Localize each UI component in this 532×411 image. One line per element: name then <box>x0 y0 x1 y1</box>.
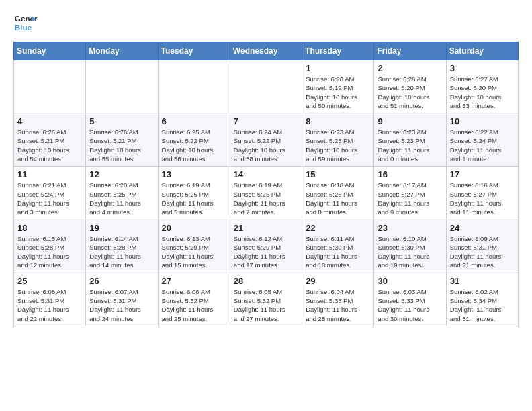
weekday-header: Wednesday <box>230 42 302 60</box>
weekday-header: Saturday <box>446 42 518 60</box>
day-info: Sunrise: 6:12 AM Sunset: 5:29 PM Dayligh… <box>234 234 298 270</box>
day-info: Sunrise: 6:27 AM Sunset: 5:20 PM Dayligh… <box>450 75 515 110</box>
day-number: 10 <box>450 116 515 126</box>
day-number: 26 <box>89 276 154 286</box>
calendar-cell: 22Sunrise: 6:11 AM Sunset: 5:30 PM Dayli… <box>302 220 374 273</box>
calendar-cell <box>86 60 158 113</box>
calendar-cell: 19Sunrise: 6:14 AM Sunset: 5:28 PM Dayli… <box>86 220 158 273</box>
day-info: Sunrise: 6:15 AM Sunset: 5:28 PM Dayligh… <box>17 234 82 270</box>
calendar-cell: 25Sunrise: 6:08 AM Sunset: 5:31 PM Dayli… <box>14 273 86 326</box>
day-number: 23 <box>378 223 442 233</box>
calendar-cell: 31Sunrise: 6:02 AM Sunset: 5:34 PM Dayli… <box>446 273 518 326</box>
calendar-cell: 21Sunrise: 6:12 AM Sunset: 5:29 PM Dayli… <box>230 220 302 273</box>
day-number: 8 <box>306 116 370 126</box>
day-number: 12 <box>89 169 154 179</box>
day-info: Sunrise: 6:28 AM Sunset: 5:19 PM Dayligh… <box>306 75 370 110</box>
calendar-cell: 27Sunrise: 6:06 AM Sunset: 5:32 PM Dayli… <box>158 273 230 326</box>
weekday-header: Sunday <box>14 42 86 60</box>
calendar-cell: 4Sunrise: 6:26 AM Sunset: 5:21 PM Daylig… <box>14 113 86 167</box>
day-info: Sunrise: 6:11 AM Sunset: 5:30 PM Dayligh… <box>306 234 370 270</box>
day-number: 4 <box>17 116 82 126</box>
day-number: 11 <box>17 169 82 179</box>
logo: General Blue <box>13 11 38 35</box>
day-number: 13 <box>162 169 226 179</box>
calendar-cell: 20Sunrise: 6:13 AM Sunset: 5:29 PM Dayli… <box>158 220 230 273</box>
day-number: 31 <box>450 276 515 286</box>
day-number: 18 <box>17 223 82 233</box>
day-number: 24 <box>450 223 515 233</box>
day-info: Sunrise: 6:21 AM Sunset: 5:24 PM Dayligh… <box>17 181 82 216</box>
day-number: 15 <box>306 169 370 179</box>
day-info: Sunrise: 6:22 AM Sunset: 5:24 PM Dayligh… <box>450 128 515 163</box>
svg-text:Blue: Blue <box>15 23 32 32</box>
calendar-cell: 11Sunrise: 6:21 AM Sunset: 5:24 PM Dayli… <box>14 167 86 220</box>
calendar-cell: 17Sunrise: 6:16 AM Sunset: 5:27 PM Dayli… <box>446 167 518 220</box>
day-info: Sunrise: 6:26 AM Sunset: 5:21 PM Dayligh… <box>17 128 82 163</box>
calendar-cell <box>158 60 230 113</box>
calendar-cell: 8Sunrise: 6:23 AM Sunset: 5:23 PM Daylig… <box>302 113 374 167</box>
day-info: Sunrise: 6:23 AM Sunset: 5:23 PM Dayligh… <box>306 128 370 163</box>
day-number: 3 <box>450 63 515 73</box>
day-info: Sunrise: 6:03 AM Sunset: 5:33 PM Dayligh… <box>378 287 442 323</box>
day-info: Sunrise: 6:07 AM Sunset: 5:31 PM Dayligh… <box>89 287 154 323</box>
calendar-cell: 5Sunrise: 6:26 AM Sunset: 5:21 PM Daylig… <box>86 113 158 167</box>
day-info: Sunrise: 6:05 AM Sunset: 5:32 PM Dayligh… <box>234 287 298 323</box>
day-number: 20 <box>162 223 226 233</box>
day-info: Sunrise: 6:13 AM Sunset: 5:29 PM Dayligh… <box>162 234 226 270</box>
day-number: 22 <box>306 223 370 233</box>
day-info: Sunrise: 6:09 AM Sunset: 5:31 PM Dayligh… <box>450 234 515 270</box>
calendar-cell: 15Sunrise: 6:18 AM Sunset: 5:26 PM Dayli… <box>302 167 374 220</box>
day-number: 14 <box>234 169 298 179</box>
calendar-cell: 10Sunrise: 6:22 AM Sunset: 5:24 PM Dayli… <box>446 113 518 167</box>
calendar-cell: 24Sunrise: 6:09 AM Sunset: 5:31 PM Dayli… <box>446 220 518 273</box>
calendar-cell: 3Sunrise: 6:27 AM Sunset: 5:20 PM Daylig… <box>446 60 518 113</box>
day-number: 5 <box>89 116 154 126</box>
calendar-cell: 6Sunrise: 6:25 AM Sunset: 5:22 PM Daylig… <box>158 113 230 167</box>
calendar-header: SundayMondayTuesdayWednesdayThursdayFrid… <box>14 42 519 60</box>
header: General Blue <box>13 11 519 35</box>
day-info: Sunrise: 6:28 AM Sunset: 5:20 PM Dayligh… <box>378 75 442 110</box>
day-info: Sunrise: 6:20 AM Sunset: 5:25 PM Dayligh… <box>89 181 154 216</box>
weekday-header: Monday <box>86 42 158 60</box>
calendar-cell: 23Sunrise: 6:10 AM Sunset: 5:30 PM Dayli… <box>374 220 446 273</box>
day-info: Sunrise: 6:14 AM Sunset: 5:28 PM Dayligh… <box>89 234 154 270</box>
calendar-cell: 13Sunrise: 6:19 AM Sunset: 5:25 PM Dayli… <box>158 167 230 220</box>
day-number: 2 <box>378 63 442 73</box>
day-info: Sunrise: 6:23 AM Sunset: 5:23 PM Dayligh… <box>378 128 442 163</box>
calendar-cell: 18Sunrise: 6:15 AM Sunset: 5:28 PM Dayli… <box>14 220 86 273</box>
calendar-cell: 12Sunrise: 6:20 AM Sunset: 5:25 PM Dayli… <box>86 167 158 220</box>
day-info: Sunrise: 6:18 AM Sunset: 5:26 PM Dayligh… <box>306 181 370 216</box>
weekday-header: Tuesday <box>158 42 230 60</box>
calendar: SundayMondayTuesdayWednesdayThursdayFrid… <box>13 42 519 326</box>
day-info: Sunrise: 6:16 AM Sunset: 5:27 PM Dayligh… <box>450 181 515 216</box>
calendar-cell: 14Sunrise: 6:19 AM Sunset: 5:26 PM Dayli… <box>230 167 302 220</box>
day-info: Sunrise: 6:02 AM Sunset: 5:34 PM Dayligh… <box>450 287 515 323</box>
day-number: 27 <box>162 276 226 286</box>
day-number: 25 <box>17 276 82 286</box>
calendar-cell: 7Sunrise: 6:24 AM Sunset: 5:22 PM Daylig… <box>230 113 302 167</box>
day-info: Sunrise: 6:08 AM Sunset: 5:31 PM Dayligh… <box>17 287 82 323</box>
day-info: Sunrise: 6:06 AM Sunset: 5:32 PM Dayligh… <box>162 287 226 323</box>
weekday-header: Friday <box>374 42 446 60</box>
day-info: Sunrise: 6:10 AM Sunset: 5:30 PM Dayligh… <box>378 234 442 270</box>
calendar-cell: 2Sunrise: 6:28 AM Sunset: 5:20 PM Daylig… <box>374 60 446 113</box>
day-info: Sunrise: 6:25 AM Sunset: 5:22 PM Dayligh… <box>162 128 226 163</box>
day-info: Sunrise: 6:17 AM Sunset: 5:27 PM Dayligh… <box>378 181 442 216</box>
day-number: 6 <box>162 116 226 126</box>
calendar-cell: 29Sunrise: 6:04 AM Sunset: 5:33 PM Dayli… <box>302 273 374 326</box>
day-number: 7 <box>234 116 298 126</box>
calendar-cell: 30Sunrise: 6:03 AM Sunset: 5:33 PM Dayli… <box>374 273 446 326</box>
day-number: 16 <box>378 169 442 179</box>
day-number: 9 <box>378 116 442 126</box>
day-number: 17 <box>450 169 515 179</box>
day-number: 21 <box>234 223 298 233</box>
day-info: Sunrise: 6:19 AM Sunset: 5:25 PM Dayligh… <box>162 181 226 216</box>
logo-icon: General Blue <box>13 11 38 35</box>
calendar-cell: 16Sunrise: 6:17 AM Sunset: 5:27 PM Dayli… <box>374 167 446 220</box>
calendar-cell: 1Sunrise: 6:28 AM Sunset: 5:19 PM Daylig… <box>302 60 374 113</box>
day-info: Sunrise: 6:24 AM Sunset: 5:22 PM Dayligh… <box>234 128 298 163</box>
calendar-cell: 26Sunrise: 6:07 AM Sunset: 5:31 PM Dayli… <box>86 273 158 326</box>
day-number: 29 <box>306 276 370 286</box>
day-number: 19 <box>89 223 154 233</box>
calendar-cell: 9Sunrise: 6:23 AM Sunset: 5:23 PM Daylig… <box>374 113 446 167</box>
